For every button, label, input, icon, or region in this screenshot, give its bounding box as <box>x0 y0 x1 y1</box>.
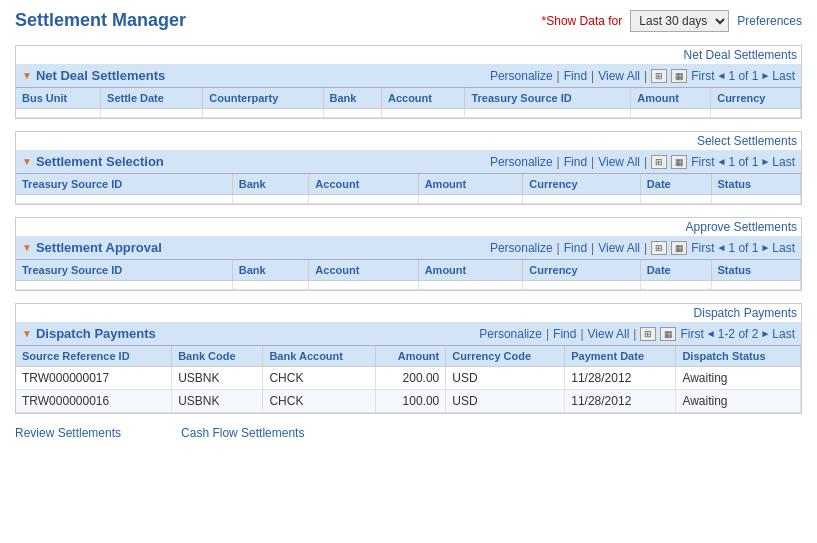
net-deal-top-link[interactable]: Net Deal Settlements <box>684 48 797 62</box>
settlement-approval-next-icon[interactable]: ► <box>760 242 770 253</box>
settlement-approval-controls: Personalize | Find | View All | ⊞ ▦ Firs… <box>490 241 795 255</box>
dp-col-dispatchstatus: Dispatch Status <box>676 346 801 367</box>
settlement-selection-prev-icon[interactable]: ◄ <box>716 156 726 167</box>
dp-col-paymentdate: Payment Date <box>565 346 676 367</box>
settlement-selection-grid-icon[interactable]: ▦ <box>671 155 687 169</box>
approve-settlements-top-link[interactable]: Approve Settlements <box>686 220 797 234</box>
dispatch-payments-header-row: Source Reference ID Bank Code Bank Accou… <box>16 346 801 367</box>
net-deal-col-busunit: Bus Unit <box>16 88 101 109</box>
net-deal-settlements-section: Net Deal Settlements ▼ Net Deal Settleme… <box>15 45 802 119</box>
select-settlements-top-link[interactable]: Select Settlements <box>697 134 797 148</box>
settlement-approval-prev-icon[interactable]: ◄ <box>716 242 726 253</box>
net-deal-col-settledate: Settle Date <box>101 88 203 109</box>
bottom-links: Review Settlements Cash Flow Settlements <box>15 426 802 440</box>
ss-col-treasurysourceid: Treasury Source ID <box>16 174 232 195</box>
settlement-selection-viewall[interactable]: View All <box>598 155 640 169</box>
settlement-selection-header-row: Treasury Source ID Bank Account Amount C… <box>16 174 801 195</box>
settlement-selection-triangle-icon: ▼ <box>22 156 32 167</box>
net-deal-find[interactable]: Find <box>564 69 587 83</box>
settlement-approval-export-icon[interactable]: ⊞ <box>651 241 667 255</box>
review-settlements-link[interactable]: Review Settlements <box>15 426 121 440</box>
sa-col-treasurysourceid: Treasury Source ID <box>16 260 232 281</box>
net-deal-col-amount: Amount <box>631 88 711 109</box>
settlement-approval-header: ▼ Settlement Approval Personalize | Find… <box>16 236 801 260</box>
net-deal-col-counterparty: Counterparty <box>203 88 323 109</box>
dp-row2-currencycode: USD <box>446 390 565 413</box>
dispatch-payments-prev-icon[interactable]: ◄ <box>706 328 716 339</box>
settlement-approval-grid-icon[interactable]: ▦ <box>671 241 687 255</box>
settlement-selection-title: ▼ Settlement Selection <box>22 154 164 169</box>
show-data-label: *Show Data for <box>542 14 623 28</box>
dp-row1-sourcereferenceid: TRW000000017 <box>16 367 172 390</box>
net-deal-last[interactable]: Last <box>772 69 795 83</box>
settlement-approval-section: Approve Settlements ▼ Settlement Approva… <box>15 217 802 291</box>
net-deal-grid-icon[interactable]: ▦ <box>671 69 687 83</box>
dispatch-payments-top-link[interactable]: Dispatch Payments <box>694 306 797 320</box>
net-deal-triangle-icon: ▼ <box>22 70 32 81</box>
settlement-approval-viewall[interactable]: View All <box>598 241 640 255</box>
settlement-selection-nav: First ◄ 1 of 1 ► Last <box>691 155 795 169</box>
ss-col-status: Status <box>711 174 800 195</box>
net-deal-col-currency: Currency <box>711 88 801 109</box>
dp-row2-bankcode: USBNK <box>172 390 263 413</box>
sa-col-currency: Currency <box>523 260 641 281</box>
approve-settlements-top-link-row: Approve Settlements <box>16 218 801 236</box>
dispatch-payments-grid-icon[interactable]: ▦ <box>660 327 676 341</box>
table-row <box>16 109 801 118</box>
dispatch-payments-title: ▼ Dispatch Payments <box>22 326 156 341</box>
dp-row1-dispatchstatus: Awaiting <box>676 367 801 390</box>
dp-row1-bankcode: USBNK <box>172 367 263 390</box>
dp-row1-amount: 200.00 <box>375 367 446 390</box>
net-deal-viewall[interactable]: View All <box>598 69 640 83</box>
settlement-approval-triangle-icon: ▼ <box>22 242 32 253</box>
dispatch-payments-personalize[interactable]: Personalize <box>479 327 542 341</box>
preferences-link[interactable]: Preferences <box>737 14 802 28</box>
dp-row2-dispatchstatus: Awaiting <box>676 390 801 413</box>
net-deal-col-treasurysourceid: Treasury Source ID <box>465 88 631 109</box>
net-deal-header-row: Bus Unit Settle Date Counterparty Bank A… <box>16 88 801 109</box>
dispatch-payments-viewall[interactable]: View All <box>588 327 630 341</box>
settlement-approval-personalize[interactable]: Personalize <box>490 241 553 255</box>
dp-row1-bankaccount: CHCK <box>263 367 375 390</box>
net-deal-personalize[interactable]: Personalize <box>490 69 553 83</box>
settlement-selection-table: Treasury Source ID Bank Account Amount C… <box>16 174 801 204</box>
show-data-select[interactable]: Last 30 days Last 60 days Last 90 days A… <box>630 10 729 32</box>
ss-col-date: Date <box>640 174 711 195</box>
select-settlements-top-link-row: Select Settlements <box>16 132 801 150</box>
net-deal-table: Bus Unit Settle Date Counterparty Bank A… <box>16 88 801 118</box>
dispatch-payments-nav: First ◄ 1-2 of 2 ► Last <box>680 327 795 341</box>
settlement-approval-first[interactable]: First <box>691 241 714 255</box>
dispatch-payments-first[interactable]: First <box>680 327 703 341</box>
net-deal-next-icon[interactable]: ► <box>760 70 770 81</box>
sa-col-date: Date <box>640 260 711 281</box>
settlement-approval-last[interactable]: Last <box>772 241 795 255</box>
net-deal-header: ▼ Net Deal Settlements Personalize | Fin… <box>16 64 801 88</box>
settlement-selection-section: Select Settlements ▼ Settlement Selectio… <box>15 131 802 205</box>
net-deal-prev-icon[interactable]: ◄ <box>716 70 726 81</box>
cash-flow-settlements-link[interactable]: Cash Flow Settlements <box>181 426 304 440</box>
net-deal-export-icon[interactable]: ⊞ <box>651 69 667 83</box>
settlement-approval-find[interactable]: Find <box>564 241 587 255</box>
dp-col-currencycode: Currency Code <box>446 346 565 367</box>
dispatch-payments-controls: Personalize | Find | View All | ⊞ ▦ Firs… <box>479 327 795 341</box>
settlement-selection-controls: Personalize | Find | View All | ⊞ ▦ Firs… <box>490 155 795 169</box>
settlement-selection-next-icon[interactable]: ► <box>760 156 770 167</box>
dispatch-payments-last[interactable]: Last <box>772 327 795 341</box>
dispatch-payments-page-info: 1-2 of 2 <box>718 327 759 341</box>
net-deal-first[interactable]: First <box>691 69 714 83</box>
settlement-approval-nav: First ◄ 1 of 1 ► Last <box>691 241 795 255</box>
sa-col-account: Account <box>309 260 418 281</box>
sa-col-bank: Bank <box>232 260 309 281</box>
table-row <box>16 195 801 204</box>
dp-col-amount: Amount <box>375 346 446 367</box>
dispatch-payments-find[interactable]: Find <box>553 327 576 341</box>
page-title: Settlement Manager <box>15 10 186 31</box>
dispatch-payments-next-icon[interactable]: ► <box>760 328 770 339</box>
settlement-selection-last[interactable]: Last <box>772 155 795 169</box>
settlement-selection-export-icon[interactable]: ⊞ <box>651 155 667 169</box>
settlement-selection-find[interactable]: Find <box>564 155 587 169</box>
settlement-approval-table: Treasury Source ID Bank Account Amount C… <box>16 260 801 290</box>
settlement-selection-first[interactable]: First <box>691 155 714 169</box>
settlement-selection-personalize[interactable]: Personalize <box>490 155 553 169</box>
dispatch-payments-export-icon[interactable]: ⊞ <box>640 327 656 341</box>
